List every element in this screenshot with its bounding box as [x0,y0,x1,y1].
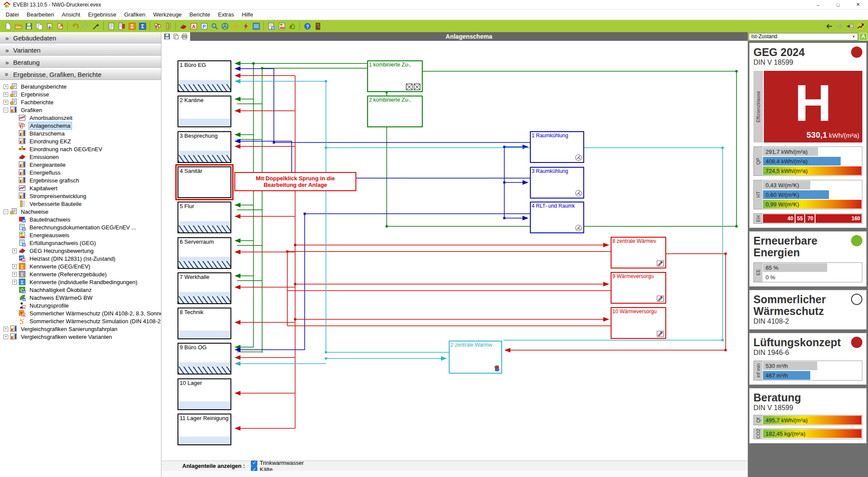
redo-icon[interactable] [81,21,90,31]
system-box-1-raumkühlung[interactable]: 1 Raumkühlung [530,131,584,163]
summer-sim-icon[interactable] [251,21,261,31]
tree-item-anlagenschema[interactable]: Anlagenschema [1,122,161,129]
room-box-2-kantine[interactable]: 2 Kantine [178,96,231,127]
room-box-3-besprechung[interactable]: 3 Besprechung [178,131,231,163]
tree-item-fachberichte[interactable]: +Fachberichte [1,98,161,106]
tree-item-berechnungsdokumentation-geg-enev-[interactable]: WBerechnungsdokumentation GEG/EnEV ... [1,223,161,231]
system-box-8-zentrale-wärmev[interactable]: 8 zentrale Wärmev [611,237,666,268]
system-box-2-zentrale-warmw[interactable]: 2 zentrale Warmw [449,341,502,374]
tree-expander[interactable]: + [12,272,17,277]
tree-expander[interactable]: + [3,327,8,331]
sun-icon[interactable] [230,21,240,31]
zoom-icon[interactable] [210,21,219,31]
open-folder-icon[interactable] [13,21,23,31]
room-box-8-technik[interactable]: 8 Technik [178,308,231,339]
forward-icon[interactable] [835,21,844,31]
room-box-1-büro-eg[interactable]: 1 Büro EG [178,60,231,92]
menu-werkzeuge[interactable]: Werkzeuge [149,10,186,19]
components-icon[interactable] [163,21,173,31]
tree-item-energieausweis[interactable]: Energieausweis [1,231,161,239]
tree-item-bauteilnachweis[interactable]: WBauteilnachweis [1,215,161,223]
tree-item-beratungsberichte[interactable]: +Beratungsberichte [1,83,161,90]
tree-item-sommerlicher-wärmeschutz-simulation-din-[interactable]: Sommerlicher Wärmeschutz Simulation (DIN… [1,317,161,325]
tree-expander[interactable]: + [3,100,8,105]
save-icon[interactable] [24,21,33,31]
room-box-11-lager-reinigung[interactable]: 11 Lager Reinigung [178,414,231,445]
tree-item-vergleichsgrafiken-sanierungsfahrplan[interactable]: +Vergleichsgrafiken Sanierungsfahrplan [1,325,161,333]
paste-import-icon[interactable] [45,21,54,31]
help-icon[interactable]: ? [302,21,312,31]
sidebar-section-geb-udedaten[interactable]: »Gebäudedaten [0,32,161,43]
menu-hilfe[interactable]: Hilfe [238,10,257,19]
tree-item-ergebnisse-grafisch[interactable]: Ergebnisse grafisch [1,176,161,184]
minimize-button[interactable]: – [808,0,828,10]
fan-icon[interactable] [220,21,230,31]
tree-item-erfüllungsnachweis-geg-[interactable]: WErfüllungsnachweis (GEG) [1,239,161,247]
tree-expander[interactable]: + [12,280,17,285]
sidebar-section-beratung[interactable]: »Beratung [0,56,161,68]
report-merge-icon[interactable] [117,21,126,31]
tree-item-verbesserte-bauteile[interactable]: Verbesserte Bauteile [1,200,161,208]
new-file-icon[interactable] [3,21,13,31]
back-icon[interactable] [824,21,834,31]
tree-item-einordnung-nach-geg-enev[interactable]: Einordnung nach GEG/EnEV [1,145,161,153]
goto-label-icon[interactable] [845,21,855,31]
schema-icon[interactable] [153,21,162,31]
menu-ansicht[interactable]: Ansicht [58,10,84,19]
tree-expander[interactable]: + [12,248,17,253]
tree-item-einordnung-ekz[interactable]: Einordnung EKZ [1,137,161,145]
tree-item-kennwerte-geg-enev-[interactable]: +ΣKennwerte (GEG/EnEV) [1,262,161,270]
close-button[interactable]: ✕ [848,0,868,10]
document-icon[interactable] [106,21,116,31]
tree-item-heizlast-din-12831-ist-zustand-[interactable]: AHeizlast (DIN 12831) (Ist-Zustand) [1,255,161,262]
sum-blue-icon[interactable]: Σ [138,21,147,31]
system-box-9-wärmeversorgu[interactable]: 9 Wärmeversorgu [611,272,666,304]
system-box-4-rlt-und-raumk[interactable]: 4 RLT- und Raumk [530,202,584,233]
room-box-9-büro-og[interactable]: 9 Büro OG [178,343,231,374]
power-icon[interactable] [241,21,250,31]
variant-dropdown[interactable]: Ist-Zustand ▼ [749,33,858,40]
tree-item-energiefluss[interactable]: Energiefluss [1,169,161,176]
tree-item-kennwerte-referenzgebäude-[interactable]: +ΣKennwerte (Referenzgebäude) [1,270,161,278]
tree-item-emissionen[interactable]: Emissionen [1,153,161,161]
system-box-1-kombinierte-zu-[interactable]: 1 kombinierte Zu-, [367,60,423,92]
wizard-icon[interactable] [91,21,101,31]
tree-item-nutzungsprofile[interactable]: ANutzungsprofile [1,301,161,309]
label-p-icon[interactable]: P [199,21,209,31]
tree-expander[interactable]: + [12,264,17,269]
copy-icon[interactable] [34,21,44,31]
maximize-button[interactable]: □ [828,0,848,10]
actual-state-button[interactable]: A [859,33,867,40]
menu-datei[interactable]: Datei [2,10,23,19]
tree-expander[interactable]: − [3,108,8,113]
paste-export-icon[interactable] [55,21,65,31]
tree-expander[interactable]: + [3,92,8,97]
system-box-3-raumkühlung[interactable]: 3 Raumkühlung [530,167,584,199]
tree-item-nachweis-ewärmeg-bw[interactable]: WNachweis EWärmeG BW [1,294,161,301]
tree-item-nachhaltigkeit-ökobilanz[interactable]: WNachhaltigkeit Ökobilanz [1,286,161,294]
tree-expander[interactable]: + [3,335,8,339]
room-box-7-werkhalle[interactable]: 7 Werkhalle [178,272,231,304]
house-export-icon[interactable] [287,21,297,31]
sidebar-section-ergebnisse-grafiken-berichte[interactable]: »Ergebnisse, Grafiken, Berichte [0,69,161,80]
menu-ergebnisse[interactable]: Ergebnisse [84,10,120,19]
report-word-icon[interactable]: W [266,21,276,31]
tree-item-strompreisentwicklung[interactable]: Strompreisentwicklung [1,192,161,200]
exit-door-icon[interactable] [313,21,322,31]
menu-grafiken[interactable]: Grafiken [120,10,149,19]
energy-label-icon[interactable] [277,21,286,31]
save-graphic-icon[interactable] [164,33,170,40]
menu-extras[interactable]: Extras [214,10,238,19]
copy-graphic-icon[interactable] [173,33,179,40]
room-box-6-serverraum[interactable]: 6 Serverraum [178,237,231,269]
tree-expander[interactable]: + [3,84,8,89]
sidebar-section-varianten[interactable]: »Varianten [0,44,161,56]
tree-item-ergebnisse[interactable]: +Ergebnisse [1,90,161,98]
tree-expander[interactable]: − [3,209,8,214]
sum-orange-icon[interactable]: Σ [127,21,137,31]
print-icon[interactable] [181,33,187,40]
menu-bearbeiten[interactable]: Bearbeiten [23,10,58,19]
tree-item-bilanzschema[interactable]: Bilanzschema [1,129,161,137]
room-box-4-sanitär[interactable]: 4 Sanitär [178,166,231,198]
room-box-10-lager[interactable]: 10 Lager [178,378,231,410]
